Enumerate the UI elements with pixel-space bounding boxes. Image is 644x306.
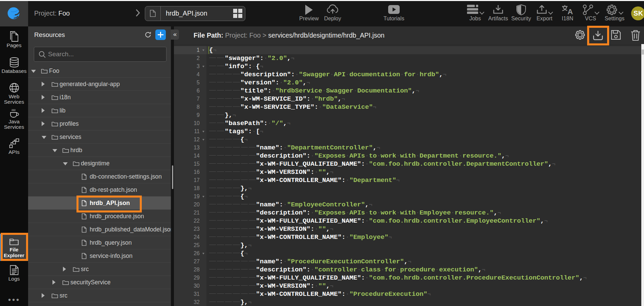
svg-text:A: A xyxy=(568,7,573,15)
